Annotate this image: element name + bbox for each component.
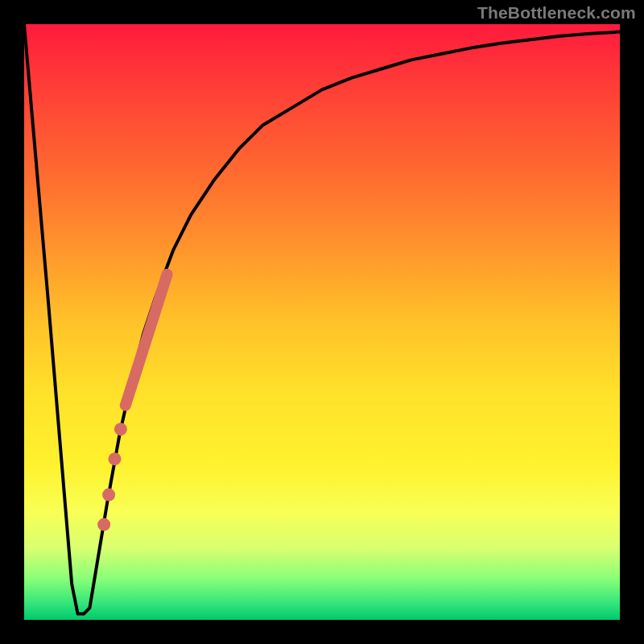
- chart-frame: TheBottleneck.com: [0, 0, 644, 644]
- highlight-dot: [102, 489, 115, 502]
- highlight-segment: [126, 275, 167, 406]
- plot-area: [24, 24, 620, 620]
- bottleneck-curve: [24, 24, 620, 614]
- highlight-dot: [97, 518, 110, 531]
- watermark-text: TheBottleneck.com: [477, 3, 636, 23]
- highlight-dot: [114, 423, 127, 436]
- highlight-dot: [108, 452, 121, 465]
- curve-layer: [24, 24, 620, 620]
